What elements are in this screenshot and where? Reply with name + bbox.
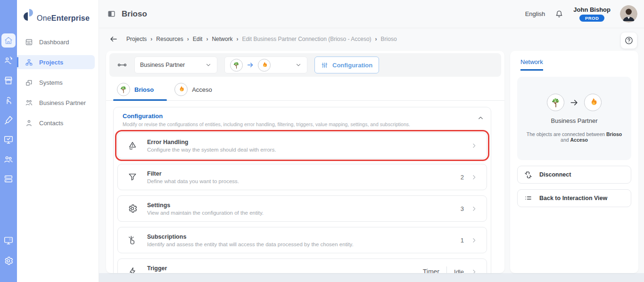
chevron-right-icon	[471, 206, 477, 212]
sidebar-item-label: Business Partner	[39, 99, 86, 106]
server-icon[interactable]	[3, 174, 14, 184]
gear-icon[interactable]	[3, 256, 14, 266]
breadcrumb-items: Projects Resources Edit Network Edit Bus…	[126, 36, 397, 42]
item-right	[471, 143, 477, 149]
item-text: Settings View and maintain the configura…	[147, 202, 264, 216]
item-text: Error Handling Configure the way the sys…	[147, 139, 276, 153]
broken-link-icon	[524, 170, 533, 179]
trigger-state: Idle	[454, 268, 464, 274]
users-icon[interactable]	[3, 154, 14, 165]
chevron-right-icon	[471, 143, 477, 149]
brand-logo: OneEnterprise	[17, 0, 99, 23]
tab-network[interactable]: Network	[520, 58, 543, 71]
subscriptions-click-icon	[127, 235, 138, 245]
configuration-section-header: Configuration Modify or revise the confi…	[117, 113, 487, 127]
item-right: 2	[461, 174, 477, 181]
settings-gear-icon	[127, 203, 138, 214]
sidebar-toggle-icon[interactable]	[107, 10, 116, 18]
sidebar-item-projects[interactable]: Projects	[17, 55, 95, 69]
tab-brioso[interactable]: Brioso	[113, 83, 167, 100]
config-item-settings[interactable]: Settings View and maintain the configura…	[117, 195, 487, 222]
contacts-icon	[25, 119, 33, 127]
brand-logo-icon	[23, 8, 36, 23]
breadcrumb-current: Brioso	[372, 36, 397, 42]
configuration-button-label: Configuration	[332, 62, 372, 69]
breadcrumb-edit[interactable]: Edit	[183, 36, 203, 42]
language-selector[interactable]: English	[525, 10, 545, 17]
config-item-subscriptions[interactable]: Subscriptions Identify and assess the en…	[117, 227, 487, 253]
divider	[446, 266, 447, 273]
monitor-apps-icon[interactable]	[3, 235, 14, 246]
chevron-right-icon	[471, 237, 477, 243]
sidebar-item-business-partner[interactable]: Business Partner	[17, 96, 95, 110]
item-title: Filter	[147, 170, 239, 177]
config-item-trigger[interactable]: Trigger Configure your trigger. Timer Id…	[117, 258, 487, 273]
connection-type-dropdown[interactable]: Business Partner	[134, 56, 217, 73]
connection-toolbar: Business Partner Configuration	[109, 53, 501, 77]
item-title: Error Handling	[147, 139, 276, 145]
touch-icon[interactable]	[3, 95, 14, 105]
breadcrumb-projects[interactable]: Projects	[126, 36, 147, 42]
error-handling-icon	[127, 140, 138, 151]
user-block[interactable]: John Bishop PROD	[573, 6, 611, 22]
tab-acceso[interactable]: Acceso	[171, 83, 225, 100]
breadcrumb-network[interactable]: Network	[202, 36, 232, 42]
list-icon	[524, 194, 533, 203]
item-text: Filter Define what data you want to proc…	[147, 170, 239, 184]
sidebar-item-contacts[interactable]: Contacts	[17, 116, 95, 130]
notifications-bell-icon[interactable]	[554, 9, 564, 19]
sidebar-item-label: Contacts	[39, 120, 63, 127]
connection-pair-dropdown[interactable]	[224, 56, 307, 73]
connection-note-source: Brioso	[606, 131, 622, 137]
help-icon	[624, 36, 634, 45]
item-description: Configure your trigger.	[147, 273, 201, 274]
dashboard-icon	[25, 38, 33, 46]
config-item-error-handling[interactable]: Error Handling Configure the way the sys…	[117, 132, 487, 159]
back-arrow-icon[interactable]	[109, 35, 118, 43]
marketplace-icon[interactable]	[3, 75, 14, 86]
acceso-flame-icon	[584, 94, 602, 111]
sidebar-item-label: Projects	[39, 59, 63, 66]
back-to-interaction-view-button[interactable]: Back to Interaction View	[517, 189, 631, 207]
chevron-up-icon[interactable]	[477, 114, 484, 121]
sidebar-item-dashboard[interactable]: Dashboard	[17, 35, 95, 49]
sidebar-item-systems[interactable]: Systems	[17, 75, 95, 89]
help-button[interactable]	[620, 32, 637, 49]
arrow-right-icon	[570, 98, 579, 107]
breadcrumb-resources[interactable]: Resources	[147, 36, 183, 42]
disconnect-button[interactable]: Disconnect	[517, 166, 631, 184]
sidebar-item-label: Dashboard	[39, 39, 69, 46]
entity-tabs: Brioso Acceso	[106, 83, 504, 101]
projects-icon	[25, 58, 33, 66]
brush-icon[interactable]	[3, 115, 14, 125]
breadcrumb-connection[interactable]: Edit Business Partner Connection (Brioso…	[232, 36, 371, 42]
systems-icon	[25, 79, 33, 87]
config-item-filter[interactable]: Filter Define what data you want to proc…	[117, 164, 487, 190]
acceso-flame-icon	[174, 83, 188, 96]
app-icon-strip	[0, 0, 17, 282]
breadcrumb: Projects Resources Edit Network Edit Bus…	[99, 28, 644, 50]
sliders-icon	[321, 62, 328, 69]
configuration-button[interactable]: Configuration	[314, 56, 379, 73]
sidebar: OneEnterprise Dashboard Projects Systems…	[17, 0, 99, 282]
trigger-lightning-icon	[127, 266, 138, 273]
home-icon[interactable]	[1, 33, 16, 48]
chevron-down-icon	[295, 62, 302, 68]
brioso-tree-icon	[547, 94, 564, 111]
item-title: Settings	[147, 202, 264, 209]
bottom-strip	[99, 273, 644, 282]
chevron-down-icon	[205, 62, 212, 68]
item-text: Subscriptions Identify and assess the en…	[147, 234, 354, 247]
avatar[interactable]	[620, 5, 637, 23]
configuration-section-subtitle: Modify or revise the configurations of e…	[123, 121, 482, 127]
filter-icon	[127, 172, 138, 182]
item-description: Identify and assess the entity that will…	[147, 242, 354, 247]
connection-note-and: and	[561, 137, 570, 143]
link-icon	[117, 60, 127, 70]
monitor-check-icon[interactable]	[3, 135, 14, 145]
item-text: Trigger Configure your trigger.	[147, 265, 201, 274]
collaboration-icon[interactable]	[3, 55, 14, 65]
app-root: OneEnterprise Dashboard Projects Systems…	[0, 0, 644, 282]
sidebar-menu: Dashboard Projects Systems Business Part…	[17, 35, 99, 130]
connection-note: The objects are connected between Brioso…	[524, 131, 625, 143]
